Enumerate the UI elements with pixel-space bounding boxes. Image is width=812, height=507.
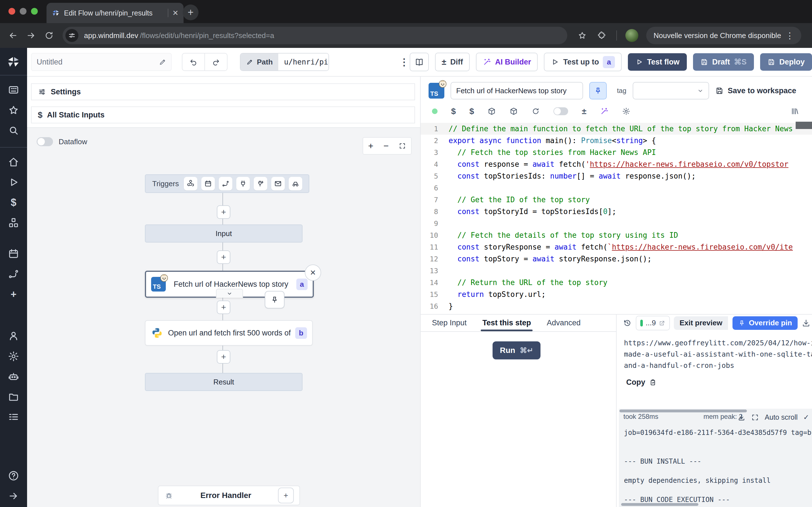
draft-button[interactable]: Draft ⌘S xyxy=(693,53,754,71)
webhook-trigger-button[interactable] xyxy=(184,177,197,190)
copy-result-button[interactable]: Copy xyxy=(626,378,812,387)
edit-pencil-icon[interactable] xyxy=(159,58,167,66)
sidebar-item-folders-icon[interactable] xyxy=(8,391,19,403)
code-line-16[interactable]: 16} xyxy=(421,300,812,312)
profile-avatar[interactable] xyxy=(625,29,638,42)
diff-button[interactable]: ± Diff xyxy=(435,53,470,71)
code-line-15[interactable]: 15 return topStory.url; xyxy=(421,288,812,300)
reset-icon[interactable] xyxy=(531,107,540,115)
auto-scroll-label[interactable]: Auto scroll xyxy=(765,413,798,421)
sidebar-item-help-icon[interactable] xyxy=(8,470,19,482)
remove-step-icon[interactable]: ✕ xyxy=(305,265,321,281)
diff-mode-icon[interactable]: ± xyxy=(581,107,586,115)
download-result-icon[interactable] xyxy=(802,319,811,328)
sidebar-item-schedules-icon[interactable] xyxy=(8,248,19,260)
close-window-button[interactable] xyxy=(8,8,15,15)
dataflow-toggle[interactable] xyxy=(37,137,53,146)
add-step-button[interactable]: + xyxy=(217,250,231,264)
tag-select[interactable] xyxy=(633,82,709,100)
path-chip[interactable]: Path u/henri/pin xyxy=(240,53,329,71)
minimap-slider[interactable] xyxy=(796,122,812,129)
code-line-9[interactable]: 9 xyxy=(421,217,812,229)
pinned-step-button[interactable] xyxy=(589,82,607,100)
package-icon[interactable] xyxy=(488,107,496,115)
websocket-trigger-button[interactable] xyxy=(236,177,250,190)
sidebar-item-variables-icon[interactable]: $ xyxy=(8,196,19,209)
code-line-12[interactable]: 12 const topStory = await storyResponse.… xyxy=(421,253,812,265)
sidebar-item-logs-icon[interactable] xyxy=(8,411,19,423)
sidebar-item-search-icon[interactable] xyxy=(8,124,19,136)
window-controls[interactable] xyxy=(8,8,38,15)
settings-row[interactable]: Settings xyxy=(31,83,415,100)
add-error-handler-button[interactable]: + xyxy=(278,488,294,503)
library-icon[interactable] xyxy=(791,107,799,115)
email-trigger-button[interactable] xyxy=(271,177,285,190)
back-icon[interactable] xyxy=(8,31,18,41)
tab-test-this-step[interactable]: Test this step xyxy=(483,315,531,331)
site-info-icon[interactable] xyxy=(65,29,79,42)
route-trigger-button[interactable] xyxy=(219,177,232,190)
zoom-in-button[interactable]: + xyxy=(368,142,373,151)
code-line-4[interactable]: 4 const response = await fetch('https://… xyxy=(421,158,812,170)
redo-button[interactable] xyxy=(204,54,227,70)
flow-name-input[interactable] xyxy=(36,57,159,67)
close-tab-icon[interactable]: ✕ xyxy=(172,9,179,17)
add-step-button[interactable]: + xyxy=(217,350,231,363)
pin-step-button[interactable] xyxy=(265,291,285,308)
extensions-puzzle-icon[interactable] xyxy=(597,31,607,40)
test-flow-button[interactable]: Test flow xyxy=(628,53,687,71)
expand-logs-icon[interactable] xyxy=(751,413,759,421)
sidebar-item-settings-icon[interactable] xyxy=(8,350,19,362)
kafka-trigger-button[interactable] xyxy=(254,177,267,190)
step-a-node-selected[interactable]: TS Fetch url of HackerNews top story a ✕ xyxy=(145,271,314,298)
run-button[interactable]: Run ⌘↵ xyxy=(493,341,541,359)
fullscreen-icon[interactable] xyxy=(399,142,406,150)
code-line-2[interactable]: 2export async function main(): Promise<s… xyxy=(421,135,812,147)
tab-step-input[interactable]: Step Input xyxy=(432,315,467,331)
code-editor[interactable]: 1// Define the main function to fetch th… xyxy=(421,118,812,314)
tab-advanced[interactable]: Advanced xyxy=(547,315,580,331)
sidebar-item-resources-icon[interactable] xyxy=(8,217,19,229)
more-options-icon[interactable]: ⋮ xyxy=(400,56,410,68)
log-hscrollbar-bottom[interactable] xyxy=(621,503,698,506)
add-step-button[interactable]: + xyxy=(217,205,231,219)
all-static-inputs-row[interactable]: $ All Static Inputs xyxy=(31,107,415,123)
code-line-8[interactable]: 8 const topStoryId = topStoriesIds[0]; xyxy=(421,206,812,217)
zoom-out-button[interactable]: − xyxy=(384,142,389,151)
sidebar-item-add-icon[interactable]: + xyxy=(8,288,19,300)
code-line-13[interactable]: 13 xyxy=(421,265,812,277)
chrome-update-button[interactable]: Nouvelle version de Chrome disponible ⋮ xyxy=(646,27,801,44)
browser-tab[interactable]: Edit Flow u/henri/pin_results ✕ xyxy=(47,3,184,23)
flow-graph[interactable]: Dataflow + − Triggers + xyxy=(27,127,420,507)
sidebar-item-home-icon[interactable] xyxy=(8,156,19,168)
reload-icon[interactable] xyxy=(44,31,54,41)
sidebar-item-display-icon[interactable] xyxy=(8,84,19,96)
test-up-to-button[interactable]: Test up to a xyxy=(544,53,621,71)
triggers-node[interactable]: Triggers xyxy=(145,174,309,193)
input-node[interactable]: Input xyxy=(145,224,303,242)
code-line-1[interactable]: 1// Define the main function to fetch th… xyxy=(421,123,812,135)
exit-preview-button[interactable]: Exit preview xyxy=(674,316,728,330)
sidebar-item-account-icon[interactable] xyxy=(8,330,19,342)
minimize-window-button[interactable] xyxy=(20,8,27,15)
save-to-workspace-button[interactable]: Save to workspace xyxy=(715,87,796,95)
maximize-window-button[interactable] xyxy=(31,8,38,15)
editor-settings-gear-icon[interactable] xyxy=(622,107,630,115)
new-tab-button[interactable]: + xyxy=(183,4,199,20)
code-line-11[interactable]: 11 const storyResponse = await fetch(`ht… xyxy=(421,241,812,253)
deploy-button[interactable]: Deploy xyxy=(760,53,812,71)
collapse-step-chevron[interactable] xyxy=(216,289,243,298)
bookmark-star-icon[interactable] xyxy=(577,31,587,40)
ai-wand-icon[interactable] xyxy=(600,107,608,115)
override-pin-button[interactable]: Override pin xyxy=(732,316,798,330)
docs-book-button[interactable] xyxy=(410,53,429,71)
add-step-button[interactable]: + xyxy=(217,300,231,314)
step-b-node[interactable]: Open url and fetch first 500 words of ..… xyxy=(145,320,313,346)
editor-toggle[interactable] xyxy=(553,107,568,115)
dollar-resources-icon[interactable]: $ xyxy=(469,107,474,115)
code-line-7[interactable]: 7 // Get the ID of the top story xyxy=(421,194,812,206)
sidebar-item-favorites-icon[interactable] xyxy=(8,104,19,116)
flow-name-field[interactable] xyxy=(31,53,172,71)
download-logs-icon[interactable] xyxy=(738,413,746,421)
forward-icon[interactable] xyxy=(26,31,36,41)
